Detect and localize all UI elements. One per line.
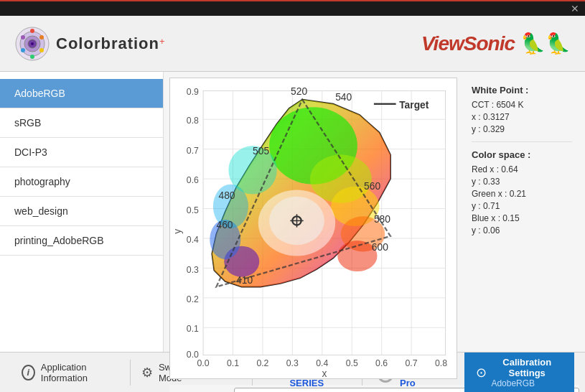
sidebar-item-printingadobergb[interactable]: printing_AdobeRGB [0, 226, 163, 256]
svg-point-5 [30, 29, 34, 33]
calibration-settings-button[interactable]: ⊙ Calibration Settings AdobeRGB [464, 353, 574, 393]
svg-text:x: x [322, 368, 327, 378]
app-info-label: Application Information [41, 362, 119, 383]
close-button[interactable]: ✕ [569, 3, 581, 14]
white-point-title: White Point : [472, 85, 572, 95]
green-x-value: Green x : 0.21 [472, 189, 572, 199]
colorbration-logo: Colorbration+ [14, 26, 165, 62]
main-content: AdobeRGB sRGB DCI-P3 photography web_des… [0, 72, 585, 352]
info-icon: i [22, 365, 35, 381]
svg-text:0.4: 0.4 [187, 235, 199, 245]
svg-text:0.1: 0.1 [227, 358, 239, 368]
svg-text:0.4: 0.4 [316, 358, 328, 368]
svg-text:0.3: 0.3 [187, 265, 199, 275]
svg-text:600: 600 [372, 241, 388, 253]
cie-chart: 520 540 560 580 600 480 460 410 505 0.9 … [169, 78, 457, 379]
calibration-settings-icon: ⊙ [476, 365, 487, 381]
svg-text:0.2: 0.2 [256, 358, 268, 368]
svg-text:0.8: 0.8 [187, 116, 199, 126]
green-y-value: y : 0.71 [472, 201, 572, 211]
chart-info-panel: White Point : CCT : 6504 K x : 0.3127 y … [464, 78, 579, 379]
svg-text:0.3: 0.3 [286, 358, 299, 368]
svg-point-4 [31, 42, 34, 45]
svg-text:480: 480 [219, 190, 235, 201]
chart-info-row: 520 540 560 580 600 480 460 410 505 0.9 … [169, 78, 579, 379]
svg-text:Target: Target [399, 99, 429, 111]
right-panel: 520 540 560 580 600 480 460 410 505 0.9 … [164, 72, 585, 352]
blue-y-value: y : 0.06 [472, 225, 572, 235]
svg-text:0.8: 0.8 [435, 358, 447, 368]
sidebar: AdobeRGB sRGB DCI-P3 photography web_des… [0, 72, 164, 352]
svg-text:460: 460 [216, 219, 233, 230]
svg-point-8 [30, 55, 34, 59]
x-value: x : 0.3127 [472, 112, 572, 122]
svg-text:0.7: 0.7 [187, 146, 199, 156]
sidebar-item-dcip3[interactable]: DCI-P3 [0, 138, 163, 167]
svg-text:0.5: 0.5 [346, 358, 358, 368]
svg-text:0.6: 0.6 [375, 358, 388, 368]
blue-x-value: Blue x : 0.15 [472, 213, 572, 223]
red-y-value: y : 0.33 [472, 177, 572, 187]
svg-text:410: 410 [236, 274, 253, 286]
sidebar-item-photography[interactable]: photography [0, 167, 163, 197]
svg-text:0.2: 0.2 [187, 294, 199, 304]
red-x-value: Red x : 0.64 [472, 164, 572, 174]
wrench-icon: ⚙ [141, 365, 153, 381]
svg-point-7 [39, 48, 44, 52]
viewsonic-text: ViewSonic [421, 32, 515, 55]
svg-point-9 [21, 48, 25, 52]
viewsonic-birds-icon: 🦜🦜 [520, 32, 571, 55]
svg-text:0.9: 0.9 [187, 87, 199, 97]
svg-text:0.7: 0.7 [406, 358, 418, 368]
svg-text:0.1: 0.1 [187, 324, 199, 334]
sidebar-item-srgb[interactable]: sRGB [0, 108, 163, 138]
info-divider-1 [472, 141, 572, 142]
color-space-title: Color space : [472, 149, 572, 160]
title-bar: ✕ [0, 0, 585, 16]
app-header: Colorbration+ ViewSonic 🦜🦜 [0, 16, 585, 72]
svg-text:0.6: 0.6 [187, 175, 199, 185]
svg-text:505: 505 [253, 145, 269, 157]
svg-text:580: 580 [374, 213, 390, 225]
sidebar-item-webdesign[interactable]: web_design [0, 197, 163, 226]
calibration-settings-profile: AdobeRGB [491, 378, 535, 388]
svg-point-6 [39, 35, 44, 39]
svg-point-10 [21, 35, 25, 39]
svg-text:540: 540 [335, 91, 352, 103]
cct-value: CCT : 6504 K [472, 100, 572, 110]
svg-text:y: y [172, 229, 183, 234]
svg-text:0.5: 0.5 [187, 205, 199, 215]
y-value: y : 0.329 [472, 124, 572, 134]
app-info-button[interactable]: i Application Information [11, 362, 130, 383]
viewsonic-logo: ViewSonic 🦜🦜 [421, 32, 571, 55]
svg-text:0.0: 0.0 [197, 358, 210, 368]
calibration-settings-label: Calibration Settings [491, 357, 563, 378]
colorbration-logo-icon [14, 26, 50, 62]
colorbration-text: Colorbration+ [56, 34, 165, 53]
svg-text:520: 520 [291, 85, 307, 97]
sidebar-item-adobergb[interactable]: AdobeRGB [0, 79, 163, 108]
svg-text:560: 560 [364, 180, 380, 192]
